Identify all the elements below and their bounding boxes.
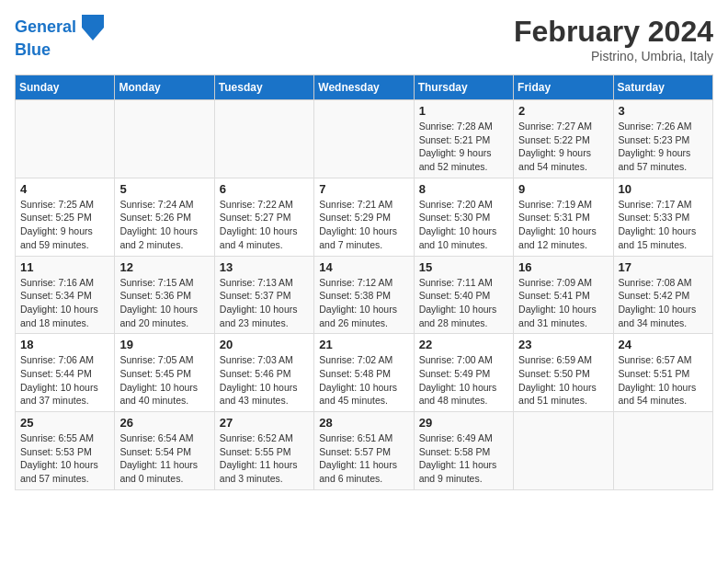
day-number: 4 [20, 182, 109, 196]
day-of-week-header: Tuesday [214, 75, 313, 100]
day-of-week-header: Monday [115, 75, 214, 100]
day-info: Sunrise: 7:11 AM Sunset: 5:40 PM Dayligh… [419, 276, 508, 330]
calendar-day-cell [314, 100, 414, 178]
day-info: Sunrise: 7:28 AM Sunset: 5:21 PM Dayligh… [419, 120, 508, 174]
calendar-day-cell: 17Sunrise: 7:08 AM Sunset: 5:42 PM Dayli… [613, 256, 712, 334]
page-header: General Blue February 2024 Pistrino, Umb… [15, 15, 713, 63]
calendar-header-row: SundayMondayTuesdayWednesdayThursdayFrid… [16, 75, 713, 100]
calendar-day-cell [514, 412, 613, 490]
day-info: Sunrise: 7:16 AM Sunset: 5:34 PM Dayligh… [20, 276, 109, 330]
calendar-day-cell: 2Sunrise: 7:27 AM Sunset: 5:22 PM Daylig… [514, 100, 613, 178]
day-info: Sunrise: 7:25 AM Sunset: 5:25 PM Dayligh… [20, 198, 109, 252]
day-info: Sunrise: 7:15 AM Sunset: 5:36 PM Dayligh… [119, 276, 209, 330]
day-info: Sunrise: 7:24 AM Sunset: 5:26 PM Dayligh… [119, 198, 209, 252]
calendar-day-cell: 20Sunrise: 7:03 AM Sunset: 5:46 PM Dayli… [214, 334, 313, 412]
day-number: 26 [119, 416, 209, 430]
day-info: Sunrise: 7:17 AM Sunset: 5:33 PM Dayligh… [619, 198, 708, 252]
location: Pistrino, Umbria, Italy [514, 49, 713, 63]
calendar-day-cell: 27Sunrise: 6:52 AM Sunset: 5:55 PM Dayli… [214, 412, 313, 490]
calendar-table: SundayMondayTuesdayWednesdayThursdayFrid… [15, 75, 713, 490]
day-of-week-header: Saturday [613, 75, 712, 100]
day-number: 16 [518, 260, 608, 274]
calendar-day-cell [613, 412, 712, 490]
calendar-week-row: 25Sunrise: 6:55 AM Sunset: 5:53 PM Dayli… [16, 412, 713, 490]
calendar-day-cell: 29Sunrise: 6:49 AM Sunset: 5:58 PM Dayli… [414, 412, 513, 490]
title-block: February 2024 Pistrino, Umbria, Italy [514, 15, 713, 63]
day-number: 10 [619, 182, 708, 196]
calendar-day-cell [115, 100, 214, 178]
calendar-day-cell: 28Sunrise: 6:51 AM Sunset: 5:57 PM Dayli… [314, 412, 414, 490]
day-number: 12 [119, 260, 209, 274]
calendar-week-row: 1Sunrise: 7:28 AM Sunset: 5:21 PM Daylig… [16, 100, 713, 178]
day-number: 1 [419, 104, 508, 118]
day-info: Sunrise: 6:54 AM Sunset: 5:54 PM Dayligh… [119, 431, 209, 486]
day-number: 28 [319, 416, 408, 430]
calendar-day-cell: 18Sunrise: 7:06 AM Sunset: 5:44 PM Dayli… [16, 334, 115, 412]
calendar-day-cell [214, 100, 313, 178]
calendar-day-cell: 14Sunrise: 7:12 AM Sunset: 5:38 PM Dayli… [314, 256, 414, 334]
calendar-day-cell: 6Sunrise: 7:22 AM Sunset: 5:27 PM Daylig… [214, 178, 313, 256]
svg-marker-0 [82, 15, 104, 40]
calendar-day-cell: 19Sunrise: 7:05 AM Sunset: 5:45 PM Dayli… [115, 334, 214, 412]
day-number: 19 [119, 338, 209, 351]
calendar-day-cell: 25Sunrise: 6:55 AM Sunset: 5:53 PM Dayli… [16, 412, 115, 490]
day-info: Sunrise: 7:26 AM Sunset: 5:23 PM Dayligh… [619, 120, 708, 174]
day-of-week-header: Friday [514, 75, 613, 100]
day-info: Sunrise: 7:02 AM Sunset: 5:48 PM Dayligh… [319, 353, 408, 408]
day-number: 27 [220, 416, 309, 430]
calendar-day-cell: 12Sunrise: 7:15 AM Sunset: 5:36 PM Dayli… [115, 256, 214, 334]
day-info: Sunrise: 7:12 AM Sunset: 5:38 PM Dayligh… [319, 276, 408, 330]
day-info: Sunrise: 7:19 AM Sunset: 5:31 PM Dayligh… [518, 198, 608, 252]
day-of-week-header: Thursday [414, 75, 513, 100]
day-number: 14 [319, 260, 408, 274]
calendar-day-cell: 22Sunrise: 7:00 AM Sunset: 5:49 PM Dayli… [414, 334, 513, 412]
day-info: Sunrise: 7:09 AM Sunset: 5:41 PM Dayligh… [518, 276, 608, 330]
calendar-day-cell: 13Sunrise: 7:13 AM Sunset: 5:37 PM Dayli… [214, 256, 313, 334]
day-number: 3 [619, 104, 708, 118]
day-info: Sunrise: 7:08 AM Sunset: 5:42 PM Dayligh… [619, 276, 708, 330]
day-number: 13 [220, 260, 309, 274]
day-info: Sunrise: 6:57 AM Sunset: 5:51 PM Dayligh… [619, 353, 708, 408]
calendar-day-cell: 24Sunrise: 6:57 AM Sunset: 5:51 PM Dayli… [613, 334, 712, 412]
day-number: 15 [419, 260, 508, 274]
day-number: 24 [619, 338, 708, 351]
calendar-day-cell: 15Sunrise: 7:11 AM Sunset: 5:40 PM Dayli… [414, 256, 513, 334]
calendar-week-row: 18Sunrise: 7:06 AM Sunset: 5:44 PM Dayli… [16, 334, 713, 412]
day-number: 29 [419, 416, 508, 430]
day-info: Sunrise: 6:49 AM Sunset: 5:58 PM Dayligh… [419, 431, 508, 486]
day-number: 22 [419, 338, 508, 351]
day-of-week-header: Wednesday [314, 75, 414, 100]
calendar-day-cell: 21Sunrise: 7:02 AM Sunset: 5:48 PM Dayli… [314, 334, 414, 412]
day-number: 11 [20, 260, 109, 274]
day-number: 6 [220, 182, 309, 196]
day-number: 25 [20, 416, 109, 430]
calendar-week-row: 11Sunrise: 7:16 AM Sunset: 5:34 PM Dayli… [16, 256, 713, 334]
day-number: 5 [119, 182, 209, 196]
logo: General Blue [15, 15, 104, 61]
day-info: Sunrise: 7:03 AM Sunset: 5:46 PM Dayligh… [220, 353, 309, 408]
day-info: Sunrise: 6:52 AM Sunset: 5:55 PM Dayligh… [220, 431, 309, 486]
day-number: 9 [518, 182, 608, 196]
day-info: Sunrise: 6:59 AM Sunset: 5:50 PM Dayligh… [518, 353, 608, 408]
day-number: 20 [220, 338, 309, 351]
day-number: 21 [319, 338, 408, 351]
calendar-day-cell: 9Sunrise: 7:19 AM Sunset: 5:31 PM Daylig… [514, 178, 613, 256]
day-number: 2 [518, 104, 608, 118]
calendar-day-cell: 11Sunrise: 7:16 AM Sunset: 5:34 PM Dayli… [16, 256, 115, 334]
month-title: February 2024 [514, 15, 713, 49]
calendar-day-cell: 26Sunrise: 6:54 AM Sunset: 5:54 PM Dayli… [115, 412, 214, 490]
calendar-day-cell: 23Sunrise: 6:59 AM Sunset: 5:50 PM Dayli… [514, 334, 613, 412]
day-number: 17 [619, 260, 708, 274]
calendar-week-row: 4Sunrise: 7:25 AM Sunset: 5:25 PM Daylig… [16, 178, 713, 256]
day-number: 8 [419, 182, 508, 196]
calendar-day-cell: 4Sunrise: 7:25 AM Sunset: 5:25 PM Daylig… [16, 178, 115, 256]
logo-text: General Blue [15, 15, 104, 61]
day-number: 7 [319, 182, 408, 196]
day-number: 18 [20, 338, 109, 351]
day-info: Sunrise: 7:13 AM Sunset: 5:37 PM Dayligh… [220, 276, 309, 330]
day-info: Sunrise: 7:00 AM Sunset: 5:49 PM Dayligh… [419, 353, 508, 408]
calendar-day-cell: 1Sunrise: 7:28 AM Sunset: 5:21 PM Daylig… [414, 100, 513, 178]
calendar-day-cell: 3Sunrise: 7:26 AM Sunset: 5:23 PM Daylig… [613, 100, 712, 178]
calendar-day-cell: 8Sunrise: 7:20 AM Sunset: 5:30 PM Daylig… [414, 178, 513, 256]
calendar-day-cell: 16Sunrise: 7:09 AM Sunset: 5:41 PM Dayli… [514, 256, 613, 334]
